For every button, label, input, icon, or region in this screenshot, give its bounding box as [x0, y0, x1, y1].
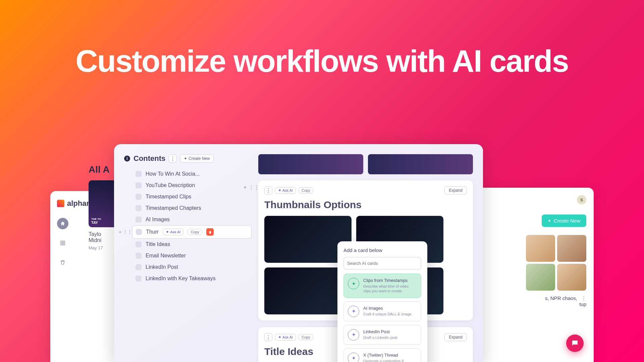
- media-strip: [258, 154, 473, 174]
- drag-icon[interactable]: ⋮⋮: [123, 229, 132, 235]
- face-tile: [557, 264, 586, 291]
- sparkle-icon: ✦: [348, 353, 359, 362]
- content-item[interactable]: LinkedIn Post: [132, 261, 252, 273]
- contents-header: i Contents ⋮ ✦ Create New: [124, 154, 252, 163]
- headline: Customize workflows with AI cards: [0, 0, 644, 79]
- more-button[interactable]: ⋮: [264, 186, 272, 194]
- more-button[interactable]: ⋮: [169, 155, 177, 163]
- expand-button[interactable]: Expand: [444, 186, 467, 194]
- content-item[interactable]: YouTube Description: [132, 180, 252, 191]
- info-icon[interactable]: i: [124, 156, 130, 162]
- grid-icon[interactable]: [57, 237, 68, 249]
- popover-title: Add a card below: [343, 247, 421, 253]
- more-icon[interactable]: ⋮: [581, 295, 586, 301]
- svg-rect-0: [61, 241, 62, 243]
- sparkle-icon: ✦: [184, 156, 187, 161]
- expand-button[interactable]: Expand: [444, 333, 467, 341]
- trash-icon[interactable]: [57, 257, 68, 268]
- right-meta: s, NPR chaos, ⋮ tup: [480, 295, 586, 307]
- ai-card-clips[interactable]: ✦ Clips from Timestamps Describe what ti…: [343, 274, 421, 298]
- chat-fab[interactable]: [566, 335, 584, 352]
- create-new-button[interactable]: ✦ Create New: [180, 155, 213, 163]
- drag-icon[interactable]: ⋮⋮: [249, 184, 259, 191]
- sparkle-icon: ✦: [348, 329, 359, 341]
- face-tile: [557, 235, 586, 262]
- content-item-active[interactable]: Thumbn ✦Ask AI Copy: [132, 225, 252, 239]
- face-tile: [526, 264, 555, 291]
- plus-icon[interactable]: +: [244, 184, 247, 191]
- brand-logo: [57, 200, 64, 207]
- plus-icon[interactable]: +: [119, 229, 121, 235]
- content-item[interactable]: LinkedIn with Key Takeaways: [132, 273, 252, 284]
- create-new-button-teal[interactable]: ✦ Create New: [542, 215, 586, 227]
- copy-button[interactable]: Copy: [299, 187, 313, 193]
- content-item[interactable]: Timestamped Clips: [132, 191, 252, 202]
- face-tile: [526, 235, 555, 262]
- sparkle-icon: ✦: [348, 306, 359, 317]
- ai-card-images[interactable]: ✦ AI Images Craft 4 unique DALL-E image: [343, 301, 421, 321]
- contents-title: Contents: [133, 154, 165, 163]
- more-button[interactable]: ⋮: [264, 333, 272, 341]
- home-icon[interactable]: [57, 218, 68, 229]
- contents-list: How To Win At Socia... YouTube Descripti…: [132, 168, 252, 284]
- ask-ai-button[interactable]: ✦Ask AI: [163, 229, 183, 235]
- content-item[interactable]: Timestamped Chapters: [132, 202, 252, 214]
- ask-ai-button[interactable]: ✦Ask AI: [275, 187, 296, 194]
- card-title: Thumbnails Options: [264, 199, 467, 210]
- avatar[interactable]: S: [577, 195, 586, 204]
- delete-button[interactable]: [206, 228, 214, 236]
- sparkle-icon: ✦: [348, 278, 359, 289]
- add-card-popover: Add a card below ✦ Clips from Timestamps…: [337, 241, 427, 362]
- copy-button[interactable]: Copy: [299, 334, 313, 340]
- ai-card-twitter[interactable]: ✦ X (Twitter) Thread Generate a captivat…: [343, 348, 421, 362]
- search-input[interactable]: [343, 257, 421, 269]
- svg-rect-3: [63, 243, 65, 245]
- content-item[interactable]: How To Win At Socia...: [132, 168, 252, 180]
- face-grid: [526, 235, 586, 291]
- svg-rect-1: [63, 241, 65, 243]
- content-item[interactable]: AI Images: [132, 214, 252, 225]
- content-item[interactable]: Title Ideas: [132, 239, 252, 250]
- media-thumb: [368, 154, 473, 174]
- media-thumb: [258, 154, 363, 174]
- panel-mid: i Contents ⋮ ✦ Create New How To Win At …: [114, 144, 483, 362]
- content-item[interactable]: Email Newsletter: [132, 250, 252, 261]
- svg-rect-2: [61, 243, 62, 245]
- ask-ai-button[interactable]: ✦Ask AI: [275, 334, 296, 341]
- copy-button[interactable]: Copy: [187, 229, 202, 235]
- ai-card-linkedin[interactable]: ✦ LinkedIn Post Draft a LinkedIn post: [343, 325, 421, 345]
- panels-container: alphana All A THE TOTAY Taylo: [0, 127, 644, 362]
- thumb-label: THE TOTAY: [91, 218, 101, 225]
- sparkle-icon: ✦: [548, 219, 551, 223]
- nav-icons: [57, 218, 68, 268]
